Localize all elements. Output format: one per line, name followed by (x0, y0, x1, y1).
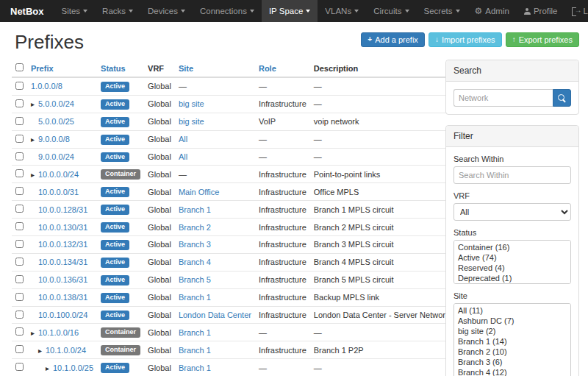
site-link[interactable]: Branch 2 (179, 223, 211, 232)
usernav-item-profile[interactable]: Profile (517, 0, 565, 22)
row-checkbox[interactable] (15, 293, 24, 301)
select-option[interactable]: Active (74) (454, 252, 570, 263)
export-prefixes-button[interactable]: ↑ Export prefixes (506, 32, 579, 47)
column-header-description: Description (310, 60, 453, 77)
nav-item-sites[interactable]: Sites (54, 0, 96, 22)
nav-item-connections[interactable]: Connections (193, 0, 262, 22)
prefix-link[interactable]: 1.0.0.0/8 (31, 82, 62, 91)
prefix-cell: 10.0.0.132/31 (27, 236, 97, 254)
expand-arrow-icon[interactable]: ▸ (31, 171, 38, 179)
prefix-link[interactable]: 10.0.0.0/24 (38, 170, 79, 179)
select-option[interactable]: Branch 3 (6) (454, 357, 570, 367)
prefix-link[interactable]: 10.0.0.136/31 (38, 275, 87, 284)
table-row: 10.0.0.132/31ActiveGlobalBranch 3Infrast… (12, 236, 453, 254)
row-checkbox[interactable] (15, 258, 24, 266)
row-checkbox[interactable] (15, 82, 24, 90)
prefix-link[interactable]: 10.1.0.0/25 (53, 363, 93, 372)
prefix-link[interactable]: 10.0.0.0/31 (38, 188, 79, 196)
row-checkbox[interactable] (15, 205, 24, 213)
import-prefixes-button[interactable]: ↓ Import prefixes (429, 32, 502, 47)
select-option[interactable]: Branch 4 (12) (454, 367, 570, 376)
site-link[interactable]: All (179, 135, 187, 143)
select-option[interactable]: Branch 2 (10) (454, 347, 570, 357)
expand-arrow-icon[interactable]: ▸ (46, 364, 53, 372)
nav-item-vlans[interactable]: VLANs (318, 0, 366, 22)
select-all-checkbox[interactable] (15, 63, 24, 71)
row-checkbox[interactable] (15, 240, 24, 248)
site-link[interactable]: London Data Center (179, 311, 251, 319)
status-cell: Active (97, 271, 144, 288)
row-checkbox[interactable] (15, 135, 24, 143)
nav-item-ip-space[interactable]: IP Space (262, 0, 318, 22)
site-link[interactable]: Branch 1 (179, 328, 211, 337)
prefix-link[interactable]: 5.0.0.0/25 (38, 117, 74, 126)
prefix-link[interactable]: 10.1.0.0/16 (38, 328, 79, 337)
site-link[interactable]: Branch 1 (179, 346, 211, 355)
row-checkbox[interactable] (15, 275, 24, 283)
select-option[interactable]: Deprecated (1) (454, 273, 570, 283)
expand-arrow-icon[interactable]: ▸ (38, 347, 46, 355)
role-cell: — (255, 130, 310, 148)
prefix-link[interactable]: 9.0.0.0/8 (38, 135, 70, 143)
search-input[interactable] (453, 89, 553, 107)
table-row: ▸10.1.0.0/16ContainerGlobalBranch 1—— (12, 324, 453, 341)
usernav-item-admin[interactable]: ⚙Admin (467, 0, 517, 22)
usernav-item-log-out[interactable]: Log out (564, 0, 588, 22)
select-option[interactable]: big site (2) (454, 326, 570, 336)
vrf-cell: Global (144, 324, 175, 341)
search-button[interactable] (553, 89, 571, 107)
column-header-site[interactable]: Site (175, 60, 255, 77)
row-checkbox[interactable] (15, 327, 24, 336)
row-checkbox[interactable] (15, 117, 24, 125)
site-link[interactable]: Branch 1 (179, 363, 211, 372)
site-link[interactable]: Branch 1 (179, 293, 211, 302)
nav-item-devices[interactable]: Devices (140, 0, 193, 22)
row-checkbox[interactable] (15, 311, 24, 319)
prefix-link[interactable]: 10.0.0.130/31 (38, 223, 87, 232)
expand-arrow-icon[interactable]: ▸ (31, 100, 38, 108)
prefix-link[interactable]: 10.0.0.134/31 (38, 258, 87, 266)
status-multiselect[interactable]: Container (16)Active (74)Reserved (4)Dep… (453, 240, 571, 284)
prefix-link[interactable]: 10.0.0.132/31 (38, 240, 87, 249)
site-link[interactable]: Branch 5 (179, 275, 211, 284)
expand-arrow-icon[interactable]: ▸ (31, 329, 38, 337)
brand-logo[interactable]: NetBox (0, 0, 54, 22)
site-link[interactable]: All (179, 152, 187, 161)
column-header-status[interactable]: Status (97, 60, 144, 77)
column-header-role[interactable]: Role (255, 60, 310, 77)
nav-item-secrets[interactable]: Secrets (417, 0, 467, 22)
row-checkbox[interactable] (15, 222, 24, 230)
row-checkbox[interactable] (15, 363, 24, 371)
add-prefix-button[interactable]: + Add a prefix (361, 32, 425, 47)
nav-item-circuits[interactable]: Circuits (366, 0, 416, 22)
nav-item-racks[interactable]: Racks (95, 0, 140, 22)
row-checkbox[interactable] (15, 187, 24, 195)
site-link[interactable]: Branch 3 (179, 240, 211, 249)
site-link[interactable]: big site (179, 99, 204, 108)
expand-arrow-icon[interactable]: ▸ (31, 135, 38, 143)
site-link[interactable]: big site (179, 117, 204, 126)
site-multiselect[interactable]: All (11)Ashburn DC (7)big site (2)Branch… (453, 303, 571, 376)
select-option[interactable]: Ashburn DC (7) (454, 316, 570, 326)
row-checkbox[interactable] (15, 169, 24, 177)
column-header-prefix[interactable]: Prefix (27, 60, 97, 77)
select-option[interactable]: All (11) (454, 305, 570, 316)
select-option[interactable]: Container (16) (454, 242, 570, 252)
prefix-link[interactable]: 10.0.100.0/24 (38, 311, 87, 319)
prefix-link[interactable]: 10.0.0.128/31 (38, 205, 87, 214)
site-link[interactable]: Main Office (179, 188, 219, 196)
search-within-input[interactable] (453, 166, 571, 184)
prefix-link[interactable]: 9.0.0.0/24 (38, 152, 74, 161)
prefix-link[interactable]: 5.0.0.0/24 (38, 99, 74, 108)
row-checkbox[interactable] (15, 99, 24, 107)
site-link[interactable]: Branch 1 (179, 205, 211, 214)
select-option[interactable]: Reserved (4) (454, 263, 570, 273)
row-checkbox[interactable] (15, 345, 24, 353)
prefix-link[interactable]: 10.1.0.0/24 (46, 346, 86, 355)
table-row: ▸10.1.0.0/24ContainerGlobalBranch 1Infra… (12, 341, 453, 359)
select-option[interactable]: Branch 1 (14) (454, 336, 570, 347)
prefix-link[interactable]: 10.0.0.138/31 (38, 293, 87, 302)
row-checkbox[interactable] (15, 152, 24, 160)
vrf-select[interactable]: All (453, 203, 571, 221)
site-link[interactable]: Branch 4 (179, 258, 211, 266)
